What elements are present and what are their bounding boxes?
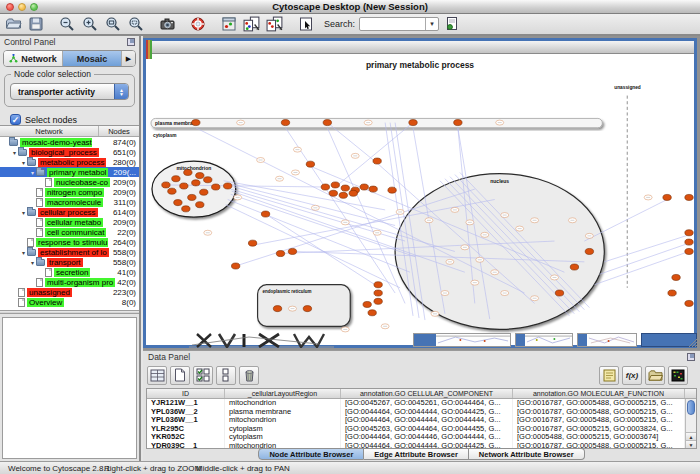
disclosure-triangle-icon[interactable]: ▾ <box>20 249 27 256</box>
network-window-titlebar[interactable]: primary metabolic process <box>146 41 694 54</box>
cytopanel-icon[interactable] <box>219 15 239 33</box>
network-node[interactable] <box>570 264 578 270</box>
table-row[interactable]: YPL036W__1mitochondrion[GO:0044464, GO:0… <box>147 416 696 425</box>
network-edge[interactable] <box>335 123 413 187</box>
tab-node-attribute-browser[interactable]: Node Attribute Browser <box>258 448 364 460</box>
scroll-up-icon[interactable]: ▲ <box>686 432 696 440</box>
network-node[interactable] <box>323 120 331 126</box>
zoom-in-icon[interactable] <box>80 15 100 33</box>
network-node[interactable] <box>303 306 311 312</box>
background-window-thumbnail[interactable] <box>413 333 511 347</box>
tab-mosaic[interactable]: Mosaic <box>63 51 122 66</box>
network-node[interactable] <box>306 161 314 167</box>
network-node[interactable] <box>200 189 208 195</box>
network-node[interactable] <box>409 120 417 126</box>
zoom-window-icon[interactable] <box>30 3 38 11</box>
column-header[interactable]: _cellularLayoutRegion <box>225 389 341 398</box>
close-icon[interactable] <box>6 3 14 11</box>
attribute-grid-icon[interactable] <box>147 366 167 385</box>
background-network-thumbnail[interactable] <box>189 332 389 348</box>
column-header[interactable]: annotation.GO CELLULAR_COMPONENT <box>341 389 513 398</box>
tree-header[interactable]: Network Nodes <box>0 126 139 137</box>
network-node[interactable] <box>388 187 396 193</box>
snapshot-icon[interactable] <box>157 15 177 33</box>
disclosure-triangle-icon[interactable]: ▾ <box>11 149 18 156</box>
network-node[interactable] <box>321 184 329 190</box>
select-attributes-icon[interactable] <box>193 366 213 385</box>
background-window-thumbnail[interactable] <box>515 333 573 347</box>
tree-row[interactable]: secretion41(0) <box>0 267 139 277</box>
network-edge[interactable] <box>599 243 689 274</box>
notes-icon[interactable] <box>599 366 619 385</box>
network-node[interactable] <box>341 185 349 191</box>
tree-column-network[interactable]: Network <box>0 126 99 136</box>
dropdown-stepper-icon[interactable]: ▲▼ <box>114 83 128 100</box>
zoom-fit-icon[interactable] <box>103 15 123 33</box>
tree-row[interactable]: ▾primary metabol209(... <box>0 167 139 177</box>
network-node[interactable] <box>261 211 269 217</box>
disclosure-triangle-icon[interactable]: ▾ <box>20 159 27 166</box>
network-node[interactable] <box>374 290 382 296</box>
network-node[interactable] <box>668 290 676 296</box>
tree-row[interactable]: mosaic-demo-yeast874(0) <box>0 137 139 147</box>
network-node[interactable] <box>672 274 680 280</box>
disclosure-triangle-icon[interactable]: ▾ <box>20 209 27 216</box>
network-node[interactable] <box>174 200 182 206</box>
zoom-selected-icon[interactable] <box>126 15 146 33</box>
network-node[interactable] <box>329 190 337 196</box>
open-attributes-icon[interactable] <box>645 366 665 385</box>
tree-row[interactable]: Overview8(0) <box>0 297 139 307</box>
network-node[interactable] <box>454 120 462 126</box>
network-node[interactable] <box>184 169 192 175</box>
network-node[interactable] <box>585 248 593 254</box>
network-node[interactable] <box>368 310 376 316</box>
disclosure-triangle-icon[interactable]: ▾ <box>29 169 36 176</box>
network-node[interactable] <box>349 190 357 196</box>
network-node[interactable] <box>204 177 212 183</box>
network-node[interactable] <box>192 180 200 186</box>
network-canvas[interactable]: plasma membrane cytoplasm mitochondrion … <box>146 54 694 345</box>
network-node[interactable] <box>231 263 239 269</box>
network-node[interactable] <box>212 184 220 190</box>
network-node[interactable] <box>373 158 381 164</box>
network-node[interactable] <box>685 248 693 254</box>
tree-row[interactable]: cell communicat22(0) <box>0 227 139 237</box>
tree-row[interactable]: macromolecule311(0) <box>0 197 139 207</box>
open-file-icon[interactable] <box>3 15 23 33</box>
network-edge[interactable] <box>584 200 667 242</box>
network-node[interactable] <box>360 184 368 190</box>
tree-row[interactable]: ▾establishment of lo558(0) <box>0 247 139 257</box>
birdseye-view[interactable] <box>2 317 137 459</box>
tree-row[interactable]: response to stimulu264(0) <box>0 237 139 247</box>
tree-row[interactable]: ▾transport558(0) <box>0 257 139 267</box>
network-edge[interactable] <box>231 194 415 256</box>
table-row[interactable]: YLR295Ccytoplasm[GO:0045263, GO:0044464,… <box>147 425 696 434</box>
attribute-table[interactable]: ID_cellularLayoutRegionannotation.GO CEL… <box>146 388 697 449</box>
select-nodes-checkbox[interactable]: ✓ <box>10 114 21 125</box>
background-window-thumbnail[interactable] <box>577 333 637 347</box>
merge-networks-a-icon[interactable] <box>242 15 262 33</box>
network-node[interactable] <box>192 120 200 126</box>
tab-network[interactable]: Network <box>4 51 63 66</box>
network-node[interactable] <box>281 120 289 126</box>
network-node[interactable] <box>172 176 180 182</box>
table-row[interactable]: YKR052Ccytoplasm[GO:0044464, GO:0044446,… <box>147 433 696 442</box>
network-node[interactable] <box>188 194 196 200</box>
tree-row[interactable]: unassigned223(0) <box>0 287 139 297</box>
chevron-down-icon[interactable]: ▾ <box>425 18 438 30</box>
network-node[interactable] <box>685 300 693 306</box>
delete-attribute-icon[interactable] <box>239 366 259 385</box>
column-header[interactable]: ID <box>147 389 225 398</box>
node-color-dropdown[interactable]: transporter activity ▲▼ <box>10 83 129 100</box>
scrollbar-thumb[interactable] <box>687 400 695 415</box>
attribute-table-header[interactable]: ID_cellularLayoutRegionannotation.GO CEL… <box>147 389 696 399</box>
table-row[interactable]: YPL036W__2plasma membrane[GO:0044464, GO… <box>147 408 696 417</box>
network-node[interactable] <box>685 239 693 245</box>
network-node[interactable] <box>180 183 188 189</box>
network-node[interactable] <box>374 298 382 304</box>
network-node[interactable] <box>331 182 339 188</box>
merge-networks-b-icon[interactable] <box>265 15 285 33</box>
import-network-icon[interactable] <box>442 15 462 33</box>
new-attribute-icon[interactable] <box>170 366 190 385</box>
disclosure-triangle-icon[interactable]: ▾ <box>29 259 36 266</box>
